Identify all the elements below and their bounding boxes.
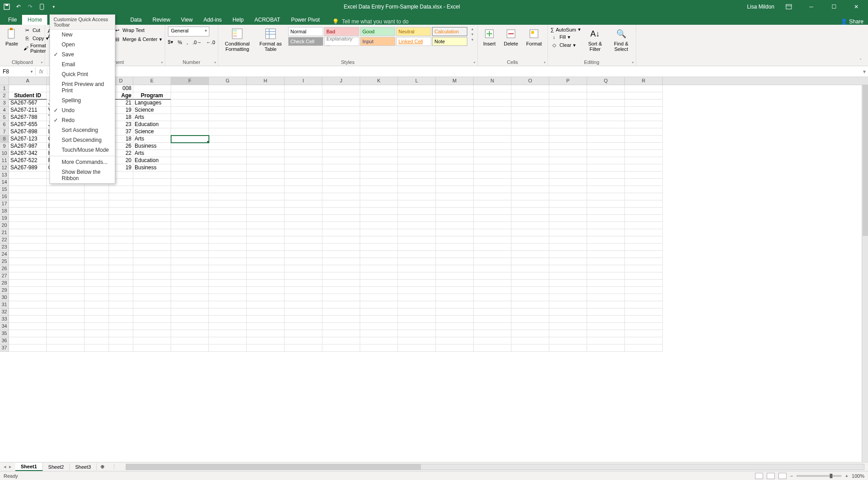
cell-O36[interactable]: [511, 337, 549, 344]
cell-L20[interactable]: [398, 222, 436, 229]
cell-I19[interactable]: [285, 215, 322, 222]
cell-J34[interactable]: [322, 323, 360, 330]
row-header-32[interactable]: 32: [0, 308, 9, 316]
cell-R21[interactable]: [625, 229, 663, 236]
cell-D15[interactable]: [109, 186, 133, 193]
cell-N6[interactable]: [474, 121, 511, 128]
cell-A33[interactable]: [9, 316, 47, 323]
cell-Q19[interactable]: [587, 215, 625, 222]
tab-help[interactable]: Help: [227, 15, 249, 25]
cell-A23[interactable]: [9, 244, 47, 251]
cell-J29[interactable]: [322, 287, 360, 294]
cell-L32[interactable]: [398, 308, 436, 316]
cell-I12[interactable]: [285, 164, 322, 172]
cell-H17[interactable]: [247, 200, 285, 208]
cell-L12[interactable]: [398, 164, 436, 172]
cell-F8[interactable]: [171, 136, 209, 143]
cell-O12[interactable]: [511, 164, 549, 172]
cell-G17[interactable]: [209, 200, 247, 208]
style-neutral[interactable]: Neutral: [396, 27, 431, 36]
cell-L30[interactable]: [398, 294, 436, 301]
cell-H23[interactable]: [247, 244, 285, 251]
cell-H13[interactable]: [247, 172, 285, 179]
cell-B18[interactable]: [47, 208, 85, 215]
cell-O35[interactable]: [511, 330, 549, 337]
cell-P15[interactable]: [549, 186, 587, 193]
cell-O3[interactable]: [511, 100, 549, 107]
cell-J12[interactable]: [322, 164, 360, 172]
cell-B34[interactable]: [47, 323, 85, 330]
cell-P14[interactable]: [549, 179, 587, 186]
cell-H33[interactable]: [247, 316, 285, 323]
cell-K27[interactable]: [360, 272, 398, 280]
cell-P37[interactable]: [549, 344, 587, 352]
cell-N34[interactable]: [474, 323, 511, 330]
cell-J26[interactable]: [322, 265, 360, 272]
delete-cells-button[interactable]: Delete: [501, 27, 521, 47]
cell-P20[interactable]: [549, 222, 587, 229]
cell-J6[interactable]: [322, 121, 360, 128]
cell-A16[interactable]: [9, 193, 47, 200]
cell-O31[interactable]: [511, 301, 549, 308]
insert-cells-button[interactable]: Insert: [480, 27, 498, 47]
cell-Q5[interactable]: [587, 114, 625, 121]
cell-O23[interactable]: [511, 244, 549, 251]
qat-menu-item-undo[interactable]: Undo: [50, 105, 115, 115]
cell-F14[interactable]: [171, 179, 209, 186]
cell-O27[interactable]: [511, 272, 549, 280]
cell-K30[interactable]: [360, 294, 398, 301]
cell-J17[interactable]: [322, 200, 360, 208]
cell-B27[interactable]: [47, 272, 85, 280]
cell-N28[interactable]: [474, 280, 511, 287]
cell-N32[interactable]: [474, 308, 511, 316]
qat-menu-item-new[interactable]: New: [50, 30, 115, 40]
cell-Q11[interactable]: [587, 157, 625, 164]
cell-R7[interactable]: [625, 128, 663, 136]
cell-A36[interactable]: [9, 337, 47, 344]
cell-N22[interactable]: [474, 236, 511, 244]
cell-Q28[interactable]: [587, 280, 625, 287]
close-button[interactable]: ✕: [848, 0, 864, 14]
cell-P4[interactable]: [549, 107, 587, 114]
cell-B24[interactable]: [47, 251, 85, 258]
qat-menu-item-save[interactable]: Save: [50, 50, 115, 59]
tab-powerpivot[interactable]: Power Pivot: [285, 15, 325, 25]
cell-I10[interactable]: [285, 150, 322, 157]
cell-I37[interactable]: [285, 344, 322, 352]
cell-B16[interactable]: [47, 193, 85, 200]
cell-C16[interactable]: [85, 193, 109, 200]
cell-O21[interactable]: [511, 229, 549, 236]
cell-Q29[interactable]: [587, 287, 625, 294]
cell-Q35[interactable]: [587, 330, 625, 337]
cell-K10[interactable]: [360, 150, 398, 157]
cell-K16[interactable]: [360, 193, 398, 200]
cell-J14[interactable]: [322, 179, 360, 186]
cell-E25[interactable]: [133, 258, 171, 265]
cell-R18[interactable]: [625, 208, 663, 215]
cell-G24[interactable]: [209, 251, 247, 258]
cell-Q10[interactable]: [587, 150, 625, 157]
cell-H6[interactable]: [247, 121, 285, 128]
cell-O1[interactable]: [511, 85, 549, 92]
zoom-slider[interactable]: [796, 475, 841, 477]
cell-J25[interactable]: [322, 258, 360, 265]
cell-Q34[interactable]: [587, 323, 625, 330]
cell-M25[interactable]: [436, 258, 474, 265]
cell-F17[interactable]: [171, 200, 209, 208]
cell-G21[interactable]: [209, 229, 247, 236]
cell-H5[interactable]: [247, 114, 285, 121]
cell-M7[interactable]: [436, 128, 474, 136]
cell-Q23[interactable]: [587, 244, 625, 251]
cell-A18[interactable]: [9, 208, 47, 215]
cell-N3[interactable]: [474, 100, 511, 107]
cell-M34[interactable]: [436, 323, 474, 330]
column-header-P[interactable]: P: [549, 77, 587, 85]
cell-P1[interactable]: [549, 85, 587, 92]
cell-G28[interactable]: [209, 280, 247, 287]
cell-N5[interactable]: [474, 114, 511, 121]
cell-N4[interactable]: [474, 107, 511, 114]
cell-G22[interactable]: [209, 236, 247, 244]
cell-G36[interactable]: [209, 337, 247, 344]
cell-F12[interactable]: [171, 164, 209, 172]
cell-Q8[interactable]: [587, 136, 625, 143]
